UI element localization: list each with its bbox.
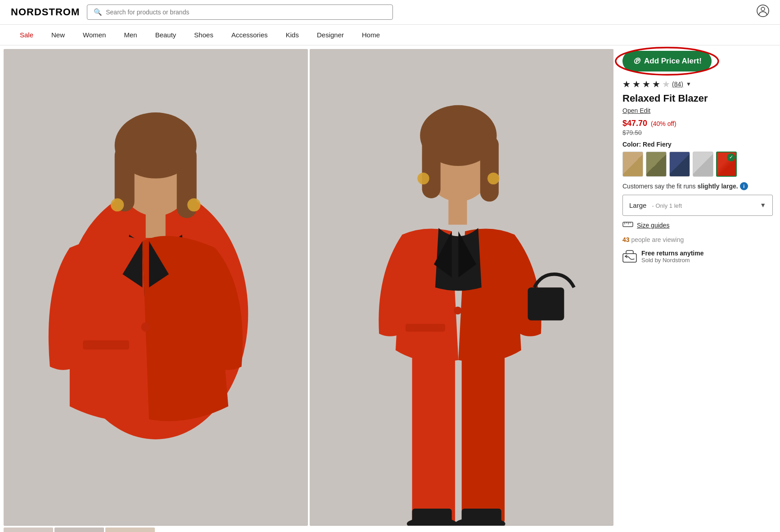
star-3: ★ (642, 79, 650, 89)
search-input[interactable] (106, 9, 386, 16)
nav-item-designer[interactable]: Designer (308, 25, 353, 45)
account-icon[interactable] (757, 4, 769, 20)
nav-item-men[interactable]: Men (115, 25, 146, 45)
fit-info-icon[interactable]: i (740, 182, 748, 190)
main-layout: ℗ Add Price Alert! ★ ★ ★ ★ ★ (84) ▼ Rela… (0, 45, 780, 526)
returns-sub: Sold by Nordstrom (641, 257, 704, 264)
svg-rect-22 (528, 287, 564, 320)
svg-rect-8 (146, 211, 166, 238)
swatch-olive[interactable] (646, 152, 667, 177)
product-images (0, 45, 613, 526)
review-count[interactable]: (84) (672, 80, 683, 88)
search-icon: 🔍 (94, 8, 102, 16)
svg-rect-29 (448, 198, 467, 225)
add-price-alert-button[interactable]: ℗ Add Price Alert! (622, 51, 712, 72)
size-selector-chevron: ▼ (760, 201, 766, 209)
svg-rect-20 (438, 519, 444, 526)
svg-rect-14 (412, 353, 455, 525)
nav-item-new[interactable]: New (42, 25, 74, 45)
price-alert-label: Add Price Alert! (644, 57, 702, 66)
svg-point-23 (454, 307, 462, 315)
nav-item-accessories[interactable]: Accessories (222, 25, 277, 45)
fit-note-text: Customers say the fit runs slightly larg… (622, 183, 738, 190)
size-guide-row: Size guides (622, 220, 773, 231)
nav-item-beauty[interactable]: Beauty (146, 25, 185, 45)
thumbnail-1[interactable] (4, 528, 53, 532)
nav-item-kids[interactable]: Kids (277, 25, 308, 45)
star-1: ★ (622, 79, 631, 89)
svg-rect-27 (422, 135, 440, 198)
header: NORDSTROM 🔍 (0, 0, 780, 25)
returns-text: Free returns anytime Sold by Nordstrom (641, 250, 704, 264)
thumbnail-2[interactable] (54, 528, 104, 532)
nav-item-shoes[interactable]: Shoes (185, 25, 222, 45)
viewing-count: 43 (622, 236, 630, 243)
svg-rect-9 (83, 340, 129, 350)
viewing-row: 43 people are viewing (622, 236, 773, 243)
viewing-label: people are viewing (631, 236, 684, 243)
review-dropdown-icon[interactable]: ▼ (686, 81, 691, 87)
svg-point-31 (487, 173, 499, 184)
swatch-selected-check: ✓ (727, 153, 735, 161)
size-guide-link[interactable]: Size guides (637, 222, 669, 229)
nav-item-sale[interactable]: Sale (11, 25, 42, 45)
color-swatches: ✓ (622, 152, 773, 177)
search-bar[interactable]: 🔍 (87, 4, 393, 20)
svg-point-30 (417, 173, 429, 184)
svg-rect-33 (623, 222, 633, 227)
stars-row: ★ ★ ★ ★ ★ (84) ▼ (622, 79, 773, 89)
size-stock-label: - Only 1 left (652, 202, 682, 209)
main-nav: Sale New Women Men Beauty Shoes Accessor… (0, 25, 780, 45)
nav-item-women[interactable]: Women (74, 25, 115, 45)
svg-rect-24 (405, 324, 445, 332)
original-price: $79.50 (622, 129, 773, 136)
sale-price: $47.70 (622, 119, 647, 128)
product-image-1 (4, 49, 308, 526)
swatch-tan[interactable] (622, 152, 643, 177)
star-5: ★ (662, 79, 670, 89)
size-selected-label: Large - Only 1 left (629, 201, 682, 209)
fit-note-bold: slightly large. (698, 183, 738, 190)
price-alert-wrap: ℗ Add Price Alert! (622, 51, 712, 72)
thumbnail-3[interactable] (105, 528, 155, 532)
brand-link[interactable]: Open Edit (622, 107, 773, 114)
size-selector[interactable]: Large - Only 1 left ▼ (622, 195, 773, 216)
swatch-red[interactable]: ✓ (716, 152, 737, 177)
swatch-navy[interactable] (669, 152, 690, 177)
price-alert-icon: ℗ (632, 56, 640, 66)
color-label: Color: Red Fiery (622, 141, 773, 148)
thumbnail-row (0, 526, 780, 532)
fit-note: Customers say the fit runs slightly larg… (622, 182, 773, 190)
product-title: Relaxed Fit Blazer (622, 92, 773, 105)
svg-rect-28 (480, 135, 498, 201)
returns-icon (622, 250, 637, 265)
svg-point-11 (111, 198, 124, 211)
svg-point-10 (141, 322, 150, 332)
star-2: ★ (632, 79, 640, 89)
size-guide-icon (622, 220, 633, 231)
star-4: ★ (652, 79, 660, 89)
swatch-gray[interactable] (693, 152, 713, 177)
product-panel: ℗ Add Price Alert! ★ ★ ★ ★ ★ (84) ▼ Rela… (613, 45, 780, 526)
color-name: Red Fiery (643, 141, 672, 148)
svg-rect-21 (487, 519, 492, 526)
returns-row: Free returns anytime Sold by Nordstrom (622, 250, 773, 265)
logo: NORDSTROM (11, 6, 80, 18)
svg-rect-19 (461, 509, 501, 525)
returns-title: Free returns anytime (641, 250, 704, 257)
nav-item-home[interactable]: Home (353, 25, 389, 45)
svg-rect-15 (461, 353, 504, 525)
svg-point-12 (187, 198, 200, 211)
price-row: $47.70 (40% off) (622, 119, 773, 128)
svg-rect-18 (412, 509, 451, 525)
product-image-2 (310, 49, 614, 526)
svg-point-1 (761, 7, 765, 11)
discount-badge: (40% off) (651, 120, 676, 127)
